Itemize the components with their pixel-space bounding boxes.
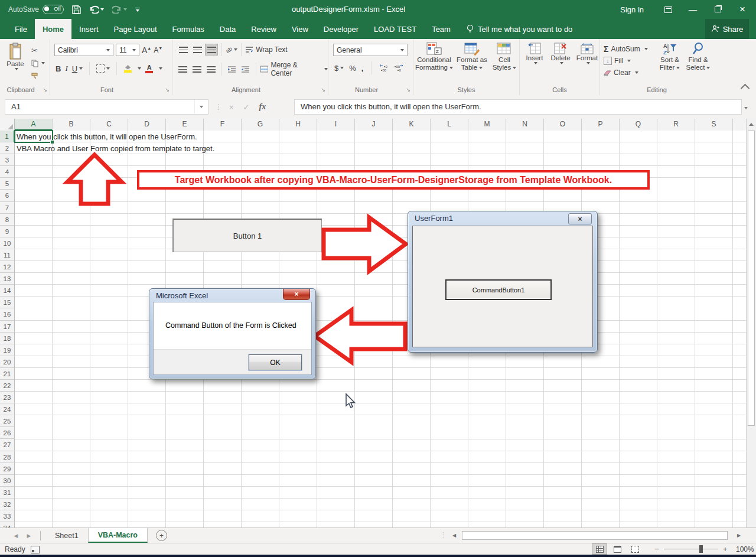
row-header-11[interactable]: 11: [0, 249, 15, 261]
column-header-j[interactable]: J: [355, 119, 393, 131]
customize-qat-button[interactable]: [135, 8, 140, 12]
tab-team[interactable]: Team: [424, 19, 458, 39]
align-right-button[interactable]: [204, 63, 217, 75]
row-header-30[interactable]: 30: [0, 475, 15, 487]
row-header-31[interactable]: 31: [0, 487, 15, 499]
orientation-button[interactable]: ab: [226, 47, 237, 53]
row-header-1[interactable]: 1: [0, 131, 15, 142]
row-header-25[interactable]: 25: [0, 415, 15, 427]
increase-decimal-button[interactable]: 000: [379, 64, 389, 72]
row-header-9[interactable]: 9: [0, 226, 15, 237]
tab-review[interactable]: Review: [243, 19, 284, 39]
tab-insert[interactable]: Insert: [71, 19, 106, 39]
row-header-16[interactable]: 16: [0, 308, 15, 320]
align-middle-button[interactable]: [191, 44, 204, 56]
row-header-33[interactable]: 33: [0, 510, 15, 522]
tab-formulas[interactable]: Formulas: [165, 19, 212, 39]
borders-button[interactable]: [96, 64, 110, 73]
name-box-dropdown[interactable]: [194, 100, 208, 114]
restore-button[interactable]: [709, 0, 726, 19]
conditional-formatting-button[interactable]: ≠ Conditional Formatting: [416, 42, 452, 71]
new-sheet-button[interactable]: +: [156, 530, 167, 541]
align-top-button[interactable]: [177, 44, 190, 56]
vertical-scrollbar-thumb[interactable]: [748, 131, 755, 426]
percent-style-button[interactable]: %: [349, 64, 356, 73]
row-header-32[interactable]: 32: [0, 499, 15, 510]
column-header-m[interactable]: M: [468, 119, 506, 131]
column-header-f[interactable]: F: [204, 119, 242, 131]
cancel-entry-button[interactable]: ×: [229, 103, 234, 112]
sheet-form-button[interactable]: Button 1: [172, 219, 322, 252]
column-header-c[interactable]: C: [90, 119, 128, 131]
number-dialog-launcher[interactable]: ↘: [406, 87, 410, 93]
format-as-table-button[interactable]: Format as Table: [454, 42, 490, 71]
row-header-12[interactable]: 12: [0, 261, 15, 273]
column-header-r[interactable]: R: [657, 119, 695, 131]
row-header-14[interactable]: 14: [0, 285, 15, 297]
column-header-s[interactable]: S: [695, 119, 733, 131]
row-header-7[interactable]: 7: [0, 202, 15, 214]
bold-button[interactable]: B: [56, 64, 61, 73]
autosum-button[interactable]: ΣAutoSum: [604, 43, 648, 55]
fill-handle[interactable]: [50, 140, 54, 144]
active-cell-selection[interactable]: [14, 130, 53, 143]
vertical-scrollbar[interactable]: [746, 119, 756, 527]
row-header-10[interactable]: 10: [0, 237, 15, 249]
row-header-24[interactable]: 24: [0, 403, 15, 415]
column-header-h[interactable]: H: [279, 119, 317, 131]
column-header-g[interactable]: G: [242, 119, 279, 131]
row-header-2[interactable]: 2: [0, 142, 15, 154]
zoom-slider-track[interactable]: [664, 549, 718, 549]
decrease-indent-button[interactable]: [225, 63, 238, 75]
tab-view[interactable]: View: [284, 19, 316, 39]
copy-button[interactable]: [30, 57, 47, 70]
column-header-i[interactable]: I: [317, 119, 355, 131]
sheet-tab-sheet1[interactable]: Sheet1: [45, 528, 88, 543]
msgbox-close-button[interactable]: ×: [283, 289, 310, 300]
row-header-15[interactable]: 15: [0, 297, 15, 308]
undo-button[interactable]: [89, 5, 104, 14]
column-header-d[interactable]: D: [128, 119, 166, 131]
zoom-slider-handle[interactable]: [699, 545, 703, 553]
clear-button[interactable]: Clear: [604, 67, 648, 79]
increase-font-size-button[interactable]: A▲: [142, 45, 151, 55]
tell-me-box[interactable]: Tell me what you want to do: [467, 19, 572, 39]
grid-cells[interactable]: [15, 131, 746, 527]
accounting-format-button[interactable]: $: [334, 64, 344, 73]
share-button[interactable]: Share: [705, 19, 749, 39]
previous-sheet-button[interactable]: ◀: [9, 533, 22, 539]
sign-in-link[interactable]: Sign in: [620, 5, 644, 14]
format-cells-button[interactable]: Format: [574, 43, 600, 64]
delete-cells-button[interactable]: Delete: [548, 43, 573, 64]
column-header-o[interactable]: O: [544, 119, 582, 131]
align-bottom-button[interactable]: [205, 44, 218, 56]
row-header-20[interactable]: 20: [0, 356, 15, 368]
decrease-font-size-button[interactable]: A▼: [154, 46, 162, 54]
name-box[interactable]: A1: [5, 99, 208, 115]
minimize-button[interactable]: —: [684, 0, 702, 19]
decrease-decimal-button[interactable]: 000: [394, 64, 403, 72]
row-header-23[interactable]: 23: [0, 392, 15, 403]
save-button[interactable]: [72, 5, 81, 14]
italic-button[interactable]: I: [65, 64, 67, 73]
cut-button[interactable]: ✂: [30, 44, 47, 57]
hscrollbar-handle[interactable]: ⋮: [440, 531, 447, 539]
formula-bar-handle[interactable]: ⋮: [215, 103, 222, 111]
row-header-29[interactable]: 29: [0, 463, 15, 475]
row-header-5[interactable]: 5: [0, 178, 15, 190]
tab-data[interactable]: Data: [212, 19, 243, 39]
column-header-e[interactable]: E: [166, 119, 204, 131]
page-break-view-button[interactable]: [627, 543, 643, 555]
row-header-22[interactable]: 22: [0, 380, 15, 392]
macro-recording-icon[interactable]: [31, 546, 40, 553]
sort-filter-button[interactable]: AZ Sort & Filter: [657, 42, 683, 71]
row-header-8[interactable]: 8: [0, 214, 15, 226]
clipboard-dialog-launcher[interactable]: ↘: [43, 87, 47, 93]
scroll-up-button[interactable]: [748, 120, 755, 129]
column-header-q[interactable]: Q: [620, 119, 657, 131]
row-header-4[interactable]: 4: [0, 166, 15, 178]
zoom-in-button[interactable]: +: [723, 545, 728, 553]
autosave-pill-icon[interactable]: Off: [43, 5, 64, 14]
align-center-button[interactable]: [191, 63, 204, 75]
insert-function-button[interactable]: fx: [259, 102, 266, 112]
